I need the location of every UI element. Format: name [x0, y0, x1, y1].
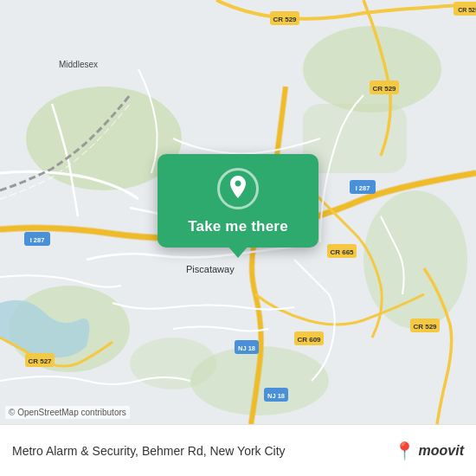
svg-point-2 — [303, 26, 441, 113]
svg-text:CR 529: CR 529 — [458, 7, 476, 13]
svg-text:CR 665: CR 665 — [330, 248, 354, 256]
svg-point-3 — [363, 190, 467, 329]
location-text: Metro Alarm & Security, Behmer Rd, New Y… — [12, 444, 394, 458]
svg-text:Piscataway: Piscataway — [186, 264, 235, 274]
moovit-brand-text: moovit — [419, 443, 464, 459]
popup-label: Take me there — [188, 218, 288, 235]
svg-text:CR 527: CR 527 — [28, 357, 52, 365]
moovit-pin-icon: 📍 — [394, 441, 415, 461]
location-pin-icon — [217, 168, 259, 209]
svg-text:CR 609: CR 609 — [297, 336, 321, 344]
moovit-logo: 📍 moovit — [394, 441, 464, 461]
svg-text:NJ 18: NJ 18 — [238, 344, 255, 352]
bottom-bar: Metro Alarm & Security, Behmer Rd, New Y… — [0, 424, 476, 476]
map-container: Middlesex Piscataway CR 529 I 287 CR 529… — [0, 0, 476, 424]
map-attribution: © OpenStreetMap contributors — [5, 406, 130, 419]
svg-text:CR 529: CR 529 — [273, 16, 297, 23]
svg-text:Middlesex: Middlesex — [59, 60, 98, 69]
svg-point-6 — [130, 338, 216, 389]
popup-card[interactable]: Take me there — [158, 154, 318, 248]
svg-text:I 287: I 287 — [356, 184, 370, 192]
svg-text:I 287: I 287 — [30, 236, 45, 244]
svg-text:CR 529: CR 529 — [413, 323, 437, 331]
svg-text:NJ 18: NJ 18 — [267, 392, 285, 400]
svg-text:CR 529: CR 529 — [372, 85, 396, 93]
